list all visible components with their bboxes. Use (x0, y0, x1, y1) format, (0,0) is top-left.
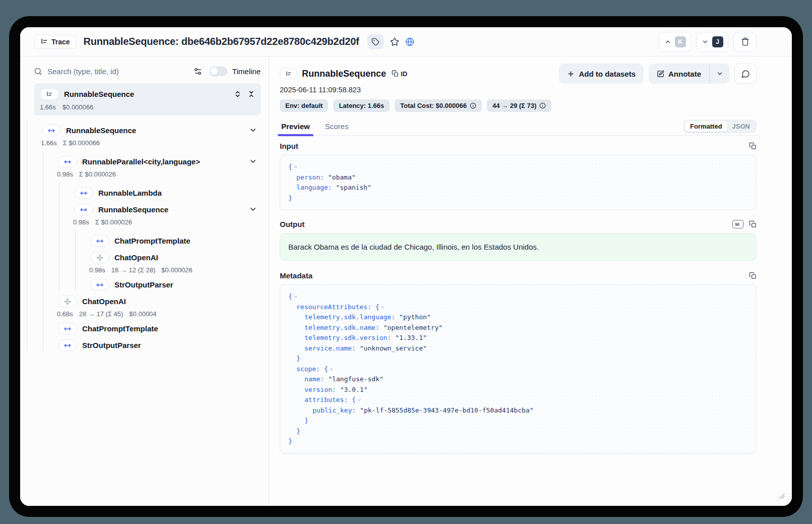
span-type-badge (90, 279, 109, 290)
resize-handle[interactable] (779, 492, 785, 501)
trace-tree-icon (46, 91, 53, 98)
trace-type-badge: Trace (34, 35, 76, 49)
metric-chips: Env: default Latency: 1.66s Total Cost: … (280, 99, 757, 112)
metadata-json-viewer[interactable]: { resourceAttributes:{ telemetry.sdk.lan… (280, 284, 757, 454)
tree-node[interactable]: RunnableLambda (59, 182, 261, 199)
trace-sidebar: Timeline RunnableSequence (20, 56, 269, 506)
tree-node[interactable]: ChatPromptTemplate (76, 230, 261, 247)
delete-trace-button[interactable] (733, 32, 757, 52)
tree-node[interactable]: RunnableParallel<city,language> 0.98s Σ … (43, 151, 261, 351)
info-icon[interactable] (470, 102, 476, 109)
json-collapse-chevron-icon[interactable] (292, 163, 297, 170)
search-input[interactable] (47, 67, 189, 76)
env-chip: Env: default (280, 99, 328, 112)
markdown-toggle-icon[interactable] (732, 220, 743, 228)
chevron-down-icon (716, 70, 723, 77)
copy-id-button[interactable]: ID (392, 70, 407, 78)
metadata-section-title: Metadata (280, 271, 313, 280)
chevron-down-icon (249, 157, 257, 165)
span-type-badge (58, 339, 77, 351)
copy-icon[interactable] (749, 142, 757, 150)
comments-button[interactable] (734, 64, 757, 84)
span-type-badge (90, 235, 109, 247)
collapse-node-button[interactable] (249, 157, 257, 167)
expand-all-icon[interactable] (234, 90, 241, 98)
filter-settings-button[interactable] (194, 67, 202, 76)
app-window: Trace RunnableSequence: dbe646b2b67957d2… (9, 16, 803, 517)
tab-preview[interactable]: Preview (280, 119, 311, 135)
node-tokens: 16 → 12 (Σ 28) (111, 266, 156, 274)
span-icon (48, 127, 55, 134)
top-header: Trace RunnableSequence: dbe646b2b67957d2… (20, 27, 792, 56)
tree-node[interactable]: ChatOpenAI 0.98s 16 → 12 (Σ 28) $0.00002… (76, 247, 261, 274)
node-duration: 0.98s (57, 170, 73, 178)
generation-sparkle-icon (96, 254, 103, 261)
root-node-name: RunnableSequence (64, 90, 134, 98)
chevron-down-icon (702, 38, 709, 45)
info-icon[interactable] (539, 102, 546, 109)
timestamp: 2025-06-11 11:09:58.823 (280, 86, 757, 94)
resize-grip-icon (779, 493, 785, 499)
trace-tree-icon (40, 38, 48, 45)
timeline-label: Timeline (232, 67, 261, 76)
latency-chip: Latency: 1.66s (333, 99, 390, 112)
span-type-badge (58, 323, 77, 334)
input-json-viewer[interactable]: { person:"obama" language:"spanish" } (280, 155, 757, 210)
bookmark-button[interactable] (390, 37, 399, 46)
tags-button[interactable] (367, 34, 384, 49)
tree-node[interactable]: ChatPromptTemplate (43, 318, 261, 334)
json-collapse-chevron-icon[interactable] (292, 293, 297, 300)
timeline-toggle[interactable] (209, 67, 227, 76)
trace-icon-badge (280, 68, 297, 79)
add-to-datasets-button[interactable]: Add to datasets (559, 64, 644, 84)
tree-node[interactable]: StrOutputParser (43, 334, 261, 351)
tree-node[interactable]: ChatOpenAI 0.68s 28 → 17 (Σ 45) $0.00004 (43, 290, 261, 318)
collapse-all-icon[interactable] (247, 90, 255, 98)
observation-title: RunnableSequence (302, 69, 386, 79)
total-cost-chip: Total Cost: $0.000066 (395, 99, 482, 112)
comment-bubble-icon (741, 70, 750, 78)
json-collapse-chevron-icon[interactable] (328, 365, 333, 373)
chevron-up-icon (664, 38, 671, 45)
copy-icon[interactable] (749, 272, 757, 279)
id-label: ID (401, 70, 407, 78)
tag-icon (371, 38, 380, 46)
tree-node[interactable]: RunnableSequence 0.98s Σ $0.000026 (59, 199, 261, 290)
span-type-badge (58, 156, 77, 167)
public-link-button[interactable] (405, 37, 414, 46)
trace-tree-icon (285, 71, 292, 77)
annotate-dropdown-button[interactable] (709, 64, 729, 84)
formatted-option[interactable]: Formatted (685, 121, 727, 132)
tree-node[interactable]: StrOutputParser (76, 274, 261, 290)
span-icon (64, 158, 71, 165)
collapse-node-button[interactable] (249, 126, 257, 136)
copy-icon (392, 70, 399, 77)
json-collapse-chevron-icon[interactable] (356, 396, 361, 403)
json-option[interactable]: JSON (727, 121, 755, 132)
trace-badge-label: Trace (51, 38, 70, 46)
annotate-button[interactable]: Annotate (649, 64, 709, 84)
input-section-title: Input (280, 142, 298, 150)
tree-root-node[interactable]: RunnableSequence 1.66s $0.000066 (34, 83, 261, 115)
token-usage-chip: 44 → 29 (Σ 73) (487, 99, 551, 112)
root-duration: 1.66s (40, 103, 56, 111)
span-icon (80, 190, 87, 197)
shortcut-key-j: J (712, 36, 723, 47)
json-collapse-chevron-icon[interactable] (380, 303, 385, 311)
collapse-node-button[interactable] (249, 205, 257, 215)
next-trace-button[interactable]: J (696, 32, 728, 52)
tree-node[interactable]: RunnableSequence 1.66s Σ $0.000066 (27, 120, 261, 351)
node-duration: 1.66s (41, 139, 57, 147)
generation-type-badge (90, 252, 109, 263)
trash-icon (741, 37, 749, 46)
node-tokens: 28 → 17 (Σ 45) (79, 310, 123, 318)
generation-type-badge (58, 296, 77, 307)
span-icon (80, 206, 87, 213)
view-mode-toggle: Formatted JSON (683, 120, 757, 133)
node-cost: Σ $0.000066 (63, 139, 100, 147)
prev-trace-button[interactable]: K (659, 32, 691, 52)
node-cost: Σ $0.000026 (79, 170, 116, 178)
tab-scores[interactable]: Scores (324, 119, 350, 135)
copy-icon[interactable] (749, 220, 757, 228)
output-section-title: Output (280, 220, 304, 228)
